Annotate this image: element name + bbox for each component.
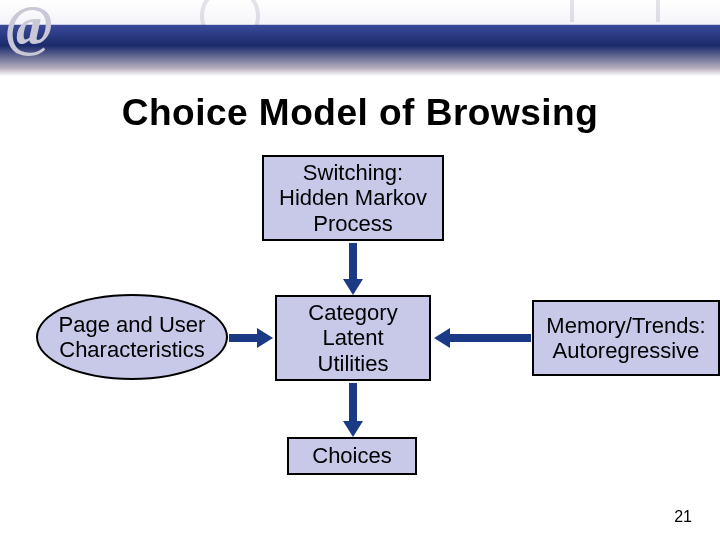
top-banner: @ [0,0,720,76]
arrowhead-down-icon [343,279,363,295]
slide-title: Choice Model of Browsing [0,92,720,134]
at-symbol-icon: @ [6,0,53,58]
arrow-switching-to-category [349,243,357,281]
arrow-pageuser-to-category [229,334,259,342]
node-category: CategoryLatentUtilities [275,295,431,381]
arrowhead-left-icon [434,328,450,348]
node-choices: Choices [287,437,417,475]
node-switching: Switching:Hidden MarkovProcess [262,155,444,241]
arrow-category-to-choices [349,383,357,423]
node-memory: Memory/Trends:Autoregressive [532,300,720,376]
node-page-user: Page and UserCharacteristics [36,294,228,380]
arrowhead-down-icon [343,421,363,437]
page-number: 21 [674,508,692,526]
arrowhead-right-icon [257,328,273,348]
arrow-memory-to-category [449,334,531,342]
handset-icon [200,0,260,46]
monitor-icon [570,0,660,50]
